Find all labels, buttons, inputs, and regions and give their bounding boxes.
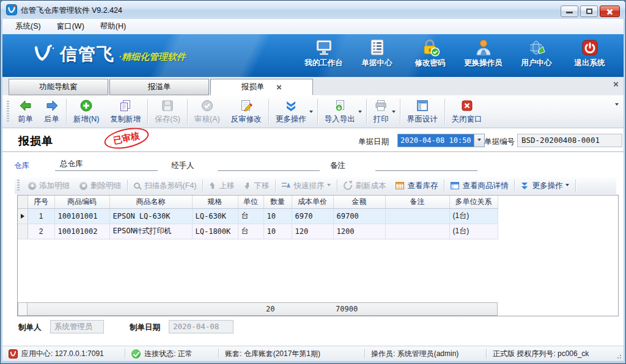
new-button[interactable]: 新增(N) (68, 97, 105, 126)
document-area: 报损单 已审核 单据日期 2020-04-08 10:50 单据编号 BSD-2… (2, 128, 624, 346)
cell-price[interactable]: 6970 (292, 208, 333, 224)
column-header[interactable]: 商品编码 (54, 195, 109, 208)
print-dropdown[interactable] (392, 106, 399, 117)
view-stock-button[interactable]: 查看库存 (391, 179, 443, 192)
toolbar-grip[interactable] (7, 101, 9, 123)
minimize-button[interactable] (561, 5, 578, 17)
column-header[interactable]: 多单位关系 (449, 195, 498, 208)
save-button[interactable]: 保存(S) (149, 97, 186, 126)
column-header[interactable]: 序号 (28, 195, 54, 208)
toolbar-separator (366, 99, 367, 125)
detail-toolbar-grip[interactable] (17, 180, 20, 192)
detail-more-actions-button[interactable]: 更多操作 (516, 179, 574, 192)
warehouse-field[interactable]: 总仓库 (55, 157, 158, 171)
ui-design-button[interactable]: 界面设计 (402, 97, 443, 126)
doc-date-field[interactable]: 2020-04-08 10:50 (397, 134, 485, 147)
main-toolbar: 前单 后单 新增(N) 复制新增 保存(S) 审核(A) 反审修改 (2, 95, 624, 128)
app-window: 信管飞仓库管理软件 V9.2.424 系统(S) 窗口(W) 帮助(H) 信管飞… (0, 0, 626, 364)
column-header[interactable]: 规格 (192, 195, 238, 208)
tab-function-nav[interactable]: 功能导航窗 (9, 79, 108, 95)
cell-name[interactable]: EPSON针式打印机 (109, 224, 192, 239)
tab-overflow-doc[interactable]: 报溢单 (109, 79, 209, 95)
unaudit-icon (240, 99, 253, 112)
more-actions-button[interactable]: 更多操作 (270, 97, 312, 126)
print-button[interactable]: 打印 (368, 97, 394, 126)
table-row[interactable]: 2 100101002 EPSON针式打印机 LQ-1800K 台 10 120… (18, 224, 498, 239)
prev-doc-button[interactable]: 前单 (12, 97, 39, 126)
import-export-button[interactable]: 导入导出 (319, 97, 361, 126)
handler-field[interactable] (218, 157, 320, 171)
next-doc-button[interactable]: 后单 (39, 97, 65, 126)
menu-system[interactable]: 系统(S) (7, 20, 49, 34)
cell-remark[interactable] (385, 224, 449, 239)
cell-unit[interactable]: 台 (238, 224, 263, 239)
move-down-button[interactable]: 下移 (239, 179, 274, 192)
close-window-button[interactable]: 关闭窗口 (446, 97, 488, 126)
column-header[interactable]: 成本单价 (292, 195, 333, 208)
refresh-cost-button[interactable]: 刷新成本 (339, 179, 391, 192)
column-header[interactable]: 备注 (385, 195, 449, 208)
status-text: 正式版 授权序列号: pc006_ck (493, 349, 589, 359)
maximize-icon (586, 9, 592, 14)
doc-date-value[interactable]: 2020-04-08 10:50 (398, 134, 474, 147)
tabstrip-close-icon[interactable] (613, 81, 619, 87)
unaudit-button[interactable]: 反审修改 (226, 97, 267, 126)
view-product-detail-button[interactable]: 查看商品详情 (446, 179, 513, 192)
status-app-center: 应用中心: 127.0.0.1:7091 (2, 346, 125, 361)
column-header[interactable]: 数量 (263, 195, 292, 208)
cell-code[interactable]: 100101002 (54, 224, 109, 239)
scan-barcode-button[interactable]: 扫描条形码(F4) (129, 179, 201, 192)
cell-multiunit[interactable]: (1台) (449, 208, 498, 224)
add-detail-button[interactable]: 添加明细 (23, 179, 75, 192)
more-actions-dropdown[interactable] (309, 106, 316, 117)
toolbar-separator (444, 99, 445, 125)
cell-name[interactable]: EPSON LQ-630K (109, 208, 192, 224)
tab-close-icon[interactable] (276, 84, 282, 90)
title-bar: 信管飞仓库管理软件 V9.2.424 (1, 1, 625, 19)
change-password-button[interactable]: 修改密码 (403, 38, 457, 68)
copy-new-button[interactable]: 复制新增 (105, 97, 146, 126)
cell-remark[interactable] (385, 208, 449, 224)
maximize-button[interactable] (580, 5, 598, 17)
quick-sort-button[interactable]: 快速排序 (277, 179, 336, 192)
cell-qty[interactable]: 10 (263, 224, 292, 239)
cell-multiunit[interactable]: (1台) (449, 224, 498, 239)
table-row[interactable]: 1 100101001 EPSON LQ-630K LQ-630K 台 10 6… (18, 208, 498, 224)
cell-code[interactable]: 100101001 (54, 208, 109, 224)
delete-detail-button[interactable]: 删除明细 (75, 179, 126, 192)
menu-help[interactable]: 帮助(H) (92, 20, 134, 34)
warehouse-label[interactable]: 仓库 (14, 161, 29, 171)
column-header[interactable]: 商品名称 (109, 195, 192, 208)
switch-operator-button[interactable]: 更换操作员 (457, 38, 510, 68)
cell-price[interactable]: 120 (292, 224, 333, 239)
grid-header-row: 序号 商品编码 商品名称 规格 单位 数量 成本单价 金额 备注 多单位关系 (18, 195, 498, 208)
doc-date-dropdown[interactable] (474, 134, 484, 147)
my-workbench-button[interactable]: 我的工作台 (297, 38, 350, 68)
cell-qty[interactable]: 10 (263, 208, 292, 224)
stock-grid-icon (396, 182, 404, 189)
import-export-dropdown[interactable] (358, 106, 365, 117)
cell-amount[interactable]: 1200 (333, 224, 385, 239)
cell-spec[interactable]: LQ-630K (192, 208, 238, 224)
cell-unit[interactable]: 台 (238, 208, 263, 224)
user-center-icon (528, 38, 546, 57)
column-header[interactable]: 单位 (238, 195, 263, 208)
exit-system-button[interactable]: 退出系统 (563, 38, 616, 68)
remark-field[interactable] (375, 157, 477, 171)
row-marker-icon (21, 214, 24, 219)
cell-amount[interactable]: 69700 (333, 208, 385, 224)
audit-button[interactable]: 审核(A) (189, 97, 226, 126)
tabs: 功能导航窗 报溢单 报损单 (9, 79, 314, 95)
cell-seq[interactable]: 1 (28, 208, 54, 224)
cell-seq[interactable]: 2 (28, 224, 54, 239)
move-up-button[interactable]: 上移 (204, 179, 239, 192)
handler-label: 经手人 (171, 161, 194, 171)
close-button[interactable] (600, 5, 620, 17)
cell-spec[interactable]: LQ-1800K (192, 224, 238, 239)
toolbar-overflow-button[interactable] (615, 99, 619, 110)
doc-center-button[interactable]: 单据中心 (350, 38, 403, 68)
menu-window[interactable]: 窗口(W) (49, 20, 92, 34)
tab-loss-doc[interactable]: 报损单 (210, 79, 313, 95)
column-header[interactable]: 金额 (333, 195, 385, 208)
user-center-button[interactable]: 用户中心 (510, 38, 563, 68)
